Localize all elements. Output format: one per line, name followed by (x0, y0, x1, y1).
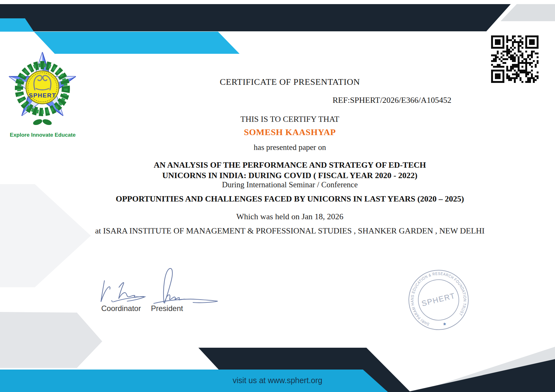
qr-code (491, 35, 539, 83)
during-line: During International Seminar / Conferenc… (25, 180, 555, 189)
bottom-left-gray-chevron (0, 312, 102, 368)
president-label: President (151, 304, 183, 313)
paper-title-line2: UNICORNS IN INDIA: DURING COVID ( FISCAL… (25, 171, 555, 180)
recipient-name: SOMESH KAASHYAP (25, 127, 555, 137)
venue-line: at ISARA INSTITUTE OF MANAGEMENT & PROFE… (25, 226, 555, 236)
logo-center-disc (26, 71, 59, 104)
signatures-graphic (92, 263, 221, 308)
stamp-center-text: SPHERT (421, 291, 456, 308)
top-navy-band (0, 4, 511, 31)
coordinator-signature (101, 281, 145, 302)
certificate-page: SPHERT Explore Innovate Educate CERTIFIC… (0, 0, 555, 392)
presented-line: has presented paper on (25, 143, 555, 152)
certificate-title: CERTIFICATE OF PRESENTATION (25, 77, 555, 87)
top-right-gray-shape (501, 4, 555, 21)
footer-visit-text: visit us at www.sphert.org (0, 376, 555, 385)
paper-title-line1: AN ANALYSIS OF THE PERFORMANCE AND STRAT… (25, 160, 555, 170)
president-signature (154, 268, 218, 303)
conference-title: OPPORTUNITIES AND CHALLENGES FACED BY UN… (25, 194, 555, 204)
held-date-line: Which was held on Jan 18, 2026 (25, 212, 555, 221)
reference-number: REF:SPHERT/2026/E366/A105452 (333, 96, 451, 105)
stamp-star-icon: ★ (442, 321, 447, 327)
coordinator-label: Coordinator (101, 304, 141, 313)
certify-line: THIS IS TO CERTIFY THAT (25, 115, 555, 124)
logo-text: SPHERT (29, 92, 56, 99)
